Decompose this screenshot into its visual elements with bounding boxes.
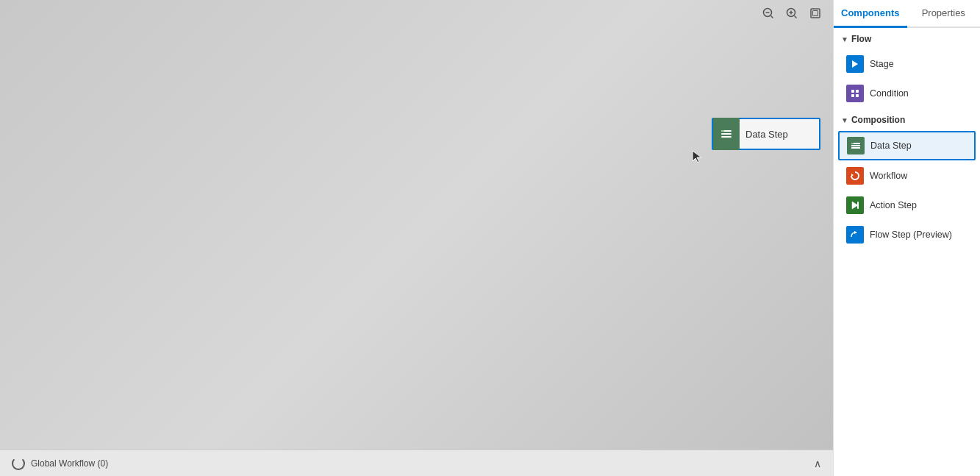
component-item-condition[interactable]: Condition	[838, 79, 976, 107]
actionstep-label: Action Step	[870, 200, 917, 211]
canvas-data-step-node[interactable]: Data Step	[712, 118, 820, 150]
tab-properties[interactable]: Properties	[907, 0, 981, 28]
composition-section-label: Composition	[851, 115, 905, 125]
svg-rect-19	[851, 145, 860, 146]
svg-marker-25	[854, 231, 857, 234]
component-item-datastep[interactable]: Data Step	[838, 131, 976, 160]
canvas-node-icon	[713, 118, 740, 150]
svg-line-4	[795, 16, 797, 18]
svg-rect-8	[813, 11, 818, 16]
stage-label: Stage	[870, 59, 894, 70]
svg-rect-24	[857, 202, 859, 209]
flow-arrow-icon: ▼	[841, 35, 848, 43]
panel-content: ▼ Flow Stage Condition	[834, 28, 980, 476]
svg-rect-20	[851, 147, 860, 149]
datastep-label: Data Step	[870, 141, 912, 152]
component-item-flowstep[interactable]: Flow Step (Preview)	[838, 221, 976, 249]
zoom-out-button[interactable]	[758, 3, 779, 24]
datastep-icon	[847, 137, 865, 154]
status-spinner-icon	[12, 457, 25, 470]
fit-button[interactable]	[805, 3, 826, 24]
svg-rect-7	[811, 9, 820, 18]
svg-rect-21	[851, 143, 854, 144]
component-item-actionstep[interactable]: Action Step	[838, 191, 976, 219]
canvas-node-label: Data Step	[740, 129, 819, 140]
workflow-label: Workflow	[870, 171, 907, 182]
svg-line-1	[771, 16, 773, 18]
status-bar: Global Workflow (0) ∧	[0, 450, 833, 476]
canvas-toolbar	[758, 3, 826, 24]
tab-components[interactable]: Components	[834, 0, 907, 28]
right-panel: Components Properties ▼ Flow Stage	[833, 0, 980, 476]
panel-tabs: Components Properties	[834, 0, 980, 28]
status-label: Global Workflow (0)	[31, 458, 808, 469]
flowstep-label: Flow Step (Preview)	[870, 230, 952, 241]
flowstep-icon	[846, 226, 864, 244]
svg-rect-14	[851, 90, 854, 93]
svg-rect-16	[851, 94, 854, 97]
svg-marker-13	[852, 60, 858, 68]
section-flow: ▼ Flow	[834, 28, 980, 49]
component-item-stage[interactable]: Stage	[838, 50, 976, 78]
actionstep-icon	[846, 196, 864, 214]
stage-icon	[846, 55, 864, 73]
component-item-workflow[interactable]: Workflow	[838, 162, 976, 190]
svg-marker-23	[852, 202, 858, 209]
svg-rect-15	[856, 90, 859, 93]
condition-label: Condition	[870, 88, 909, 99]
svg-rect-12	[721, 130, 724, 132]
workflow-icon	[846, 167, 864, 185]
canvas-area	[0, 0, 833, 476]
zoom-in-button[interactable]	[782, 3, 802, 24]
svg-rect-17	[856, 94, 859, 97]
status-chevron-icon[interactable]: ∧	[814, 458, 821, 469]
section-composition: ▼ Composition	[834, 109, 980, 129]
svg-rect-11	[721, 136, 732, 138]
svg-rect-10	[721, 133, 732, 135]
condition-icon	[846, 85, 864, 102]
flow-section-label: Flow	[851, 34, 871, 44]
svg-marker-22	[851, 174, 854, 177]
composition-arrow-icon: ▼	[841, 116, 848, 124]
